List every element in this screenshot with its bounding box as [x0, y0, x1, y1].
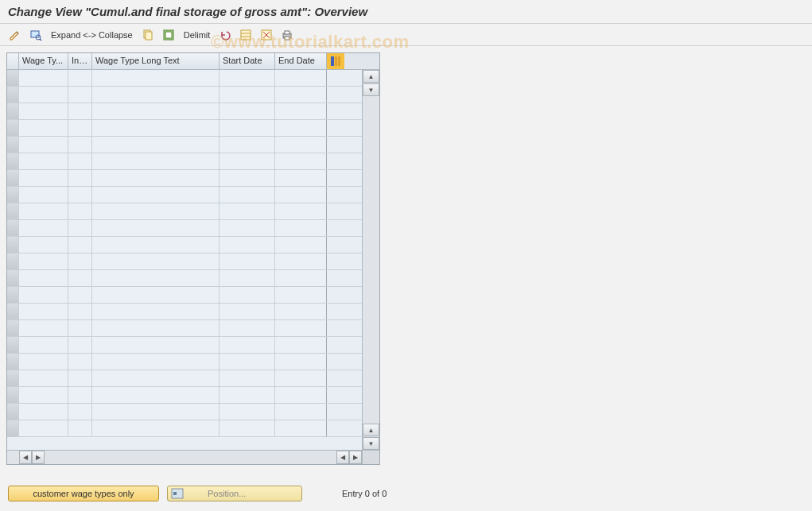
cell-infotype[interactable]	[68, 120, 92, 136]
table-row[interactable]	[7, 87, 362, 103]
cell-start-date[interactable]	[220, 337, 275, 353]
row-selector[interactable]	[7, 287, 19, 303]
cell-start-date[interactable]	[220, 220, 275, 236]
row-selector[interactable]	[7, 103, 19, 119]
cell-end-date[interactable]	[275, 203, 327, 219]
cell-start-date[interactable]	[220, 304, 275, 319]
cell-start-date[interactable]	[220, 187, 275, 203]
cell-wage-type[interactable]	[19, 370, 68, 386]
cell-start-date[interactable]	[220, 370, 275, 386]
table-row[interactable]	[7, 287, 362, 304]
row-selector[interactable]	[7, 254, 19, 269]
cell-infotype[interactable]	[68, 254, 92, 269]
cell-end-date[interactable]	[275, 153, 327, 169]
cell-end-date[interactable]	[275, 404, 327, 420]
table-row[interactable]	[7, 120, 362, 137]
cell-end-date[interactable]	[275, 137, 327, 153]
cell-long-text[interactable]	[92, 170, 220, 186]
cell-end-date[interactable]	[275, 120, 327, 136]
row-selector[interactable]	[7, 237, 19, 253]
scroll-down-step-icon[interactable]: ▲	[363, 424, 379, 436]
horizontal-scrollbar[interactable]: ◀ ▶ ◀ ▶	[7, 450, 379, 464]
position-button[interactable]: Position...	[167, 486, 302, 501]
cell-end-date[interactable]	[275, 287, 327, 303]
table-row[interactable]	[7, 254, 362, 270]
cell-wage-type[interactable]	[19, 187, 68, 203]
cell-end-date[interactable]	[275, 220, 327, 236]
cell-wage-type[interactable]	[19, 287, 68, 303]
cell-infotype[interactable]	[68, 420, 92, 436]
cell-long-text[interactable]	[92, 304, 220, 319]
scroll-right-icon[interactable]: ▶	[349, 451, 362, 464]
cell-infotype[interactable]	[68, 404, 92, 420]
row-selector[interactable]	[7, 420, 19, 436]
table-row[interactable]	[7, 337, 362, 354]
cell-end-date[interactable]	[275, 87, 327, 103]
cell-wage-type[interactable]	[19, 420, 68, 436]
cell-long-text[interactable]	[92, 404, 220, 420]
cell-long-text[interactable]	[92, 354, 220, 370]
row-selector[interactable]	[7, 120, 19, 136]
cell-start-date[interactable]	[220, 320, 275, 336]
cell-long-text[interactable]	[92, 270, 220, 286]
row-selector[interactable]	[7, 270, 19, 286]
print-icon[interactable]	[278, 27, 296, 43]
delimit-button[interactable]: Delimit	[181, 27, 214, 43]
select-all-icon[interactable]	[160, 27, 177, 43]
column-start-date[interactable]: Start Date	[220, 53, 275, 69]
column-wage-type[interactable]: Wage Ty...	[19, 53, 68, 69]
row-selector[interactable]	[7, 370, 19, 386]
scroll-up-icon[interactable]: ▲	[363, 70, 379, 83]
scroll-up-step-icon[interactable]: ▼	[363, 83, 379, 96]
table-row[interactable]	[7, 70, 362, 87]
cell-long-text[interactable]	[92, 254, 220, 269]
cell-long-text[interactable]	[92, 220, 220, 236]
cell-long-text[interactable]	[92, 420, 220, 436]
cell-wage-type[interactable]	[19, 87, 68, 103]
scroll-left-step-icon[interactable]: ▶	[32, 451, 45, 464]
row-selector[interactable]	[7, 137, 19, 153]
cell-long-text[interactable]	[92, 287, 220, 303]
cell-wage-type[interactable]	[19, 70, 68, 86]
cell-infotype[interactable]	[68, 354, 92, 370]
cell-wage-type[interactable]	[19, 237, 68, 253]
table-row[interactable]	[7, 187, 362, 203]
cell-infotype[interactable]	[68, 137, 92, 153]
copy-icon[interactable]	[139, 27, 157, 43]
cell-end-date[interactable]	[275, 254, 327, 269]
cell-long-text[interactable]	[92, 237, 220, 253]
table-row[interactable]	[7, 137, 362, 153]
cell-infotype[interactable]	[68, 304, 92, 319]
cell-start-date[interactable]	[220, 420, 275, 436]
row-selector[interactable]	[7, 320, 19, 336]
cell-wage-type[interactable]	[19, 387, 68, 403]
cell-long-text[interactable]	[92, 337, 220, 353]
cell-start-date[interactable]	[220, 270, 275, 286]
cell-wage-type[interactable]	[19, 203, 68, 219]
table-row[interactable]	[7, 304, 362, 320]
table-row[interactable]	[7, 220, 362, 237]
cell-infotype[interactable]	[68, 70, 92, 86]
row-selector[interactable]	[7, 87, 19, 103]
table-row[interactable]	[7, 387, 362, 404]
row-selector[interactable]	[7, 220, 19, 236]
table-row[interactable]	[7, 237, 362, 254]
select-block-icon[interactable]	[237, 27, 254, 43]
cell-long-text[interactable]	[92, 187, 220, 203]
scroll-left-icon[interactable]: ◀	[19, 451, 32, 464]
scroll-down-icon[interactable]: ▼	[363, 437, 379, 450]
column-long-text[interactable]: Wage Type Long Text	[92, 53, 220, 69]
cell-start-date[interactable]	[220, 203, 275, 219]
row-selector[interactable]	[7, 70, 19, 86]
cell-infotype[interactable]	[68, 337, 92, 353]
cell-long-text[interactable]	[92, 320, 220, 336]
cell-long-text[interactable]	[92, 120, 220, 136]
table-row[interactable]	[7, 270, 362, 287]
cell-wage-type[interactable]	[19, 170, 68, 186]
cell-start-date[interactable]	[220, 137, 275, 153]
other-view-icon[interactable]	[27, 27, 45, 43]
table-row[interactable]	[7, 170, 362, 187]
deselect-all-icon[interactable]	[258, 27, 275, 43]
customer-wage-types-button[interactable]: customer wage types only	[8, 486, 159, 501]
cell-wage-type[interactable]	[19, 220, 68, 236]
